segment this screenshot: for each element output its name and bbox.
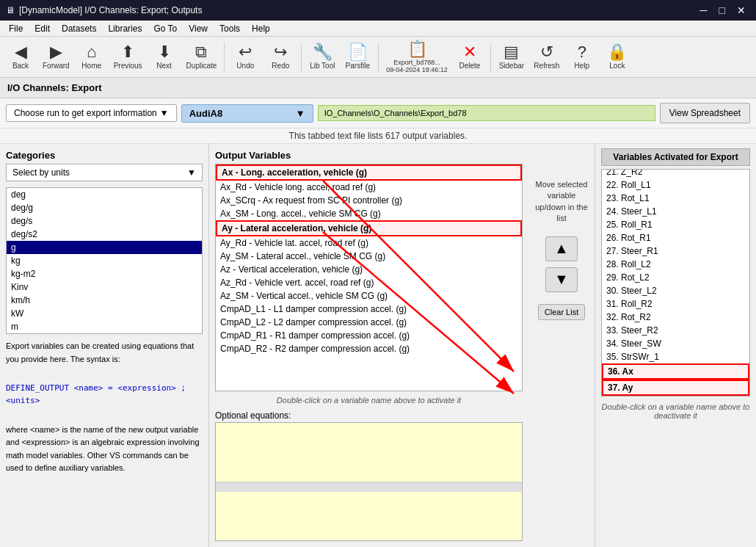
undo-icon: ↩	[239, 44, 252, 60]
activated-variable-item[interactable]: 30. Steer_L2	[602, 284, 749, 297]
output-variable-item[interactable]: Ay - Lateral acceleration, vehicle (g)	[216, 220, 522, 236]
activated-variable-item[interactable]: 35. StrSWr_1	[602, 350, 749, 363]
move-down-button[interactable]: ▼	[545, 267, 578, 292]
minimize-button[interactable]: ─	[696, 4, 712, 16]
menu-item-tools[interactable]: Tools	[214, 22, 246, 35]
categories-dropdown[interactable]: Select by units ▼	[6, 164, 203, 181]
output-variable-item[interactable]: CmpAD_R1 - R1 damper compression accel. …	[216, 329, 522, 342]
category-item[interactable]: g	[7, 241, 202, 254]
move-info: Move selected variable up/down in the li…	[531, 179, 592, 225]
activated-variable-item[interactable]: 34. Steer_SW	[602, 337, 749, 350]
output-variables-list: Ax - Long. acceleration, vehicle (g)Ax_R…	[215, 164, 523, 391]
output-variable-item[interactable]: CmpAD_L1 - L1 damper compression accel. …	[216, 303, 522, 316]
activated-variable-item[interactable]: 31. Roll_R2	[602, 297, 749, 311]
export-file-button[interactable]: 📋 Export_bd788...09-04-2024 19:46:12	[383, 40, 451, 74]
activated-variable-item[interactable]: 37. Ay	[602, 380, 749, 396]
activated-variable-item[interactable]: 27. Steer_R1	[602, 244, 749, 258]
category-item[interactable]: Kinv	[7, 280, 202, 294]
output-variable-item[interactable]: CmpAD_L2 - L2 damper compression accel. …	[216, 316, 522, 329]
activated-variable-item[interactable]: 26. Rot_R1	[602, 231, 749, 244]
help-label: Help	[575, 62, 590, 70]
lock-label: Lock	[609, 62, 625, 70]
model-dropdown-arrow: ▼	[296, 108, 305, 119]
lib-tool-button[interactable]: 🔧 Lib Tool	[306, 40, 338, 74]
activated-variable-item[interactable]: 28. Roll_L2	[602, 258, 749, 271]
activated-variable-item[interactable]: 24. Steer_L1	[602, 205, 749, 218]
refresh-button[interactable]: ↺ Refresh	[531, 40, 563, 74]
activated-variable-item[interactable]: 25. Roll_R1	[602, 218, 749, 231]
activated-variables-list: 20. Y_R221. Z_R222. Roll_L123. Rot_L124.…	[601, 169, 750, 396]
activated-variable-item[interactable]: 36. Ax	[602, 363, 749, 380]
help-button[interactable]: ? Help	[566, 40, 598, 74]
output-vars-title: Output Variables	[209, 144, 528, 164]
where-text: where <name> is the name of the new outp…	[6, 424, 203, 475]
output-variable-item[interactable]: Az - Vertical acceleration, vehicle (g)	[216, 263, 522, 276]
activated-variable-item[interactable]: 21. Z_R2	[602, 169, 749, 178]
output-variable-item[interactable]: Ax_SM - Long. accel., vehicle SM CG (g)	[216, 207, 522, 220]
close-button[interactable]: ✕	[733, 4, 750, 16]
clear-list-button[interactable]: Clear List	[538, 304, 585, 320]
toolbar-separator-4	[490, 43, 491, 72]
view-spreadsheet-button[interactable]: View Spreadsheet	[660, 103, 750, 123]
category-item[interactable]: deg/s	[7, 214, 202, 228]
activated-variable-item[interactable]: 29. Rot_L2	[602, 271, 749, 284]
activated-variable-item[interactable]: 32. Rot_R2	[602, 311, 749, 324]
undo-button[interactable]: ↩ Undo	[229, 40, 261, 74]
title-bar-controls: ─ □ ✕	[696, 4, 750, 16]
category-item[interactable]: deg/g	[7, 201, 202, 214]
output-variable-item[interactable]: Ax - Long. acceleration, vehicle (g)	[216, 164, 522, 181]
activated-variable-item[interactable]: 33. Steer_R2	[602, 324, 749, 337]
forward-button[interactable]: ▶ Forward	[40, 40, 73, 74]
move-up-button[interactable]: ▲	[545, 236, 578, 261]
duplicate-button[interactable]: ⧉ Duplicate	[183, 40, 220, 74]
page-title-bar: I/O Channels: Export	[0, 78, 756, 98]
maximize-button[interactable]: □	[715, 4, 730, 16]
next-button[interactable]: ⬇ Next	[148, 40, 181, 74]
menu-item-file[interactable]: File	[3, 22, 29, 35]
redo-button[interactable]: ↪ Redo	[264, 40, 297, 74]
category-item[interactable]: deg/s2	[7, 228, 202, 241]
next-label: Next	[156, 62, 172, 70]
menu-item-help[interactable]: Help	[246, 22, 276, 35]
previous-button[interactable]: ⬆ Previous	[111, 40, 145, 74]
menu-item-libraries[interactable]: Libraries	[102, 22, 148, 35]
output-variable-item[interactable]: Ay_SM - Lateral accel., vehicle SM CG (g…	[216, 250, 522, 263]
output-variable-item[interactable]: Ax_Rd - Vehicle long. accel, road ref (g…	[216, 181, 522, 194]
output-variable-item[interactable]: Az_SM - Vertical accel., vehicle SM CG (…	[216, 289, 522, 303]
app-icon: 🖥	[6, 5, 15, 15]
run-dropdown[interactable]: Choose run to get export information ▼	[6, 104, 177, 122]
main-content: Categories Select by units ▼ degdeg/gdeg…	[0, 144, 756, 547]
sidebar-button[interactable]: ▤ Sidebar	[495, 40, 528, 74]
home-button[interactable]: ⌂ Home	[76, 40, 108, 74]
menu-item-datasets[interactable]: Datasets	[56, 22, 102, 35]
model-dropdown[interactable]: AudiA8 ▼	[181, 104, 313, 123]
menu-bar: FileEditDatasetsLibrariesGo ToViewToolsH…	[0, 21, 756, 37]
parsfile-button[interactable]: 📄 Parsfile	[341, 40, 374, 74]
refresh-icon: ↺	[540, 44, 553, 60]
activated-variable-item[interactable]: 23. Rot_L1	[602, 192, 749, 205]
output-variable-item[interactable]: CmpAD_R2 - R2 damper compression accel. …	[216, 342, 522, 355]
category-item[interactable]: deg	[7, 188, 202, 201]
category-item[interactable]: kg-m2	[7, 267, 202, 280]
optional-equations-box[interactable]	[215, 422, 523, 541]
category-item[interactable]: mm	[7, 333, 202, 334]
toolbar-separator-2	[301, 43, 302, 72]
output-variable-item[interactable]: Ax_SCrq - Ax request from SC PI controll…	[216, 194, 522, 207]
category-item[interactable]: km/h	[7, 294, 202, 307]
category-item[interactable]: kW	[7, 307, 202, 320]
back-button[interactable]: ◀ Back	[4, 40, 37, 74]
activated-variable-item[interactable]: 22. Roll_L1	[602, 178, 749, 192]
category-item[interactable]: kg	[7, 254, 202, 267]
menu-item-edit[interactable]: Edit	[29, 22, 56, 35]
path-display: IO_Channels\O_Channels\Export_bd78	[318, 105, 655, 121]
lock-button[interactable]: 🔒 Lock	[601, 40, 633, 74]
move-buttons-column: Move selected variable up/down in the li…	[528, 144, 595, 547]
category-item[interactable]: m	[7, 320, 202, 333]
title-bar-left: 🖥 [DynamicModel] I/O Channels: Export; O…	[6, 5, 202, 15]
output-variable-item[interactable]: Az_Rd - Vehicle vert. accel, road ref (g…	[216, 276, 522, 289]
delete-button[interactable]: ✕ Delete	[454, 40, 486, 74]
output-variable-item[interactable]: Ay_Rd - Vehicle lat. accel, road ref (g)	[216, 236, 522, 250]
menu-item-go to[interactable]: Go To	[148, 22, 183, 35]
menu-item-view[interactable]: View	[183, 22, 214, 35]
lock-icon: 🔒	[607, 44, 627, 60]
